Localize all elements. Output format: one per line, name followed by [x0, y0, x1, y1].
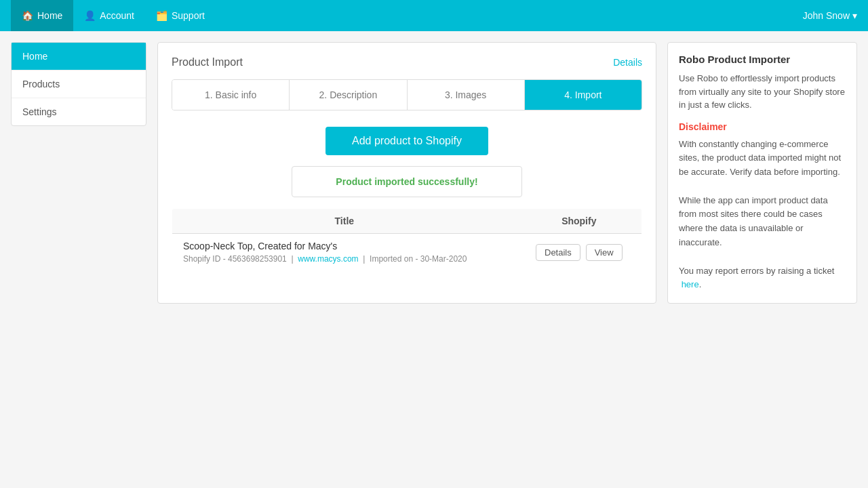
product-view-button[interactable]: View — [586, 244, 623, 261]
step-basic-info[interactable]: 1. Basic info — [172, 80, 290, 110]
here-link[interactable]: here — [682, 279, 699, 289]
right-panel: Robo Product Importer Use Robo to effort… — [667, 42, 857, 304]
disclaimer-label: Disclaimer — [679, 121, 846, 132]
products-table: Title Shopify Scoop-Neck Top, Created fo… — [172, 208, 642, 271]
product-meta: Shopify ID - 4563698253901 | www.macys.c… — [183, 254, 506, 264]
main-layout: Home Products Settings Product Import De… — [0, 31, 868, 314]
top-nav: 🏠 Home 👤 Account 🗂️ Support John Snow ▾ — [0, 0, 868, 31]
sidebar: Home Products Settings — [11, 42, 146, 126]
table-row: Scoop-Neck Top, Created for Macy's Shopi… — [172, 234, 642, 271]
caret-down-icon: ▾ — [852, 10, 857, 21]
account-icon: 👤 — [84, 10, 96, 21]
product-import-title: Product Import — [172, 56, 243, 68]
nav-support[interactable]: 🗂️ Support — [145, 0, 216, 31]
product-details-button[interactable]: Details — [536, 244, 580, 261]
product-info-cell: Scoop-Neck Top, Created for Macy's Shopi… — [172, 234, 517, 271]
step-description[interactable]: 2. Description — [290, 80, 407, 110]
step-import[interactable]: 4. Import — [525, 80, 642, 110]
panel-description: Use Robo to effortlessly import products… — [679, 72, 846, 112]
home-icon: 🏠 — [22, 10, 33, 21]
col-title: Title — [172, 209, 517, 234]
step-images[interactable]: 3. Images — [408, 80, 525, 110]
product-actions-cell: Details View — [517, 234, 642, 271]
support-icon: 🗂️ — [156, 10, 167, 21]
nav-home[interactable]: 🏠 Home — [11, 0, 73, 31]
product-source-link[interactable]: www.macys.com — [298, 254, 358, 264]
sidebar-item-settings[interactable]: Settings — [12, 98, 146, 125]
main-content: Product Import Details 1. Basic info 2. … — [157, 42, 656, 304]
user-menu[interactable]: John Snow ▾ — [803, 10, 857, 21]
details-link[interactable]: Details — [613, 57, 642, 68]
steps-nav: 1. Basic info 2. Description 3. Images 4… — [172, 79, 642, 110]
col-shopify: Shopify — [517, 209, 642, 234]
panel-title: Robo Product Importer — [679, 54, 846, 65]
success-message-box: Product imported successfully! — [292, 166, 522, 197]
product-name: Scoop-Neck Top, Created for Macy's — [183, 241, 506, 251]
disclaimer-text: With constantly changing e-commerce site… — [679, 138, 846, 293]
import-header: Product Import Details — [172, 56, 642, 68]
nav-account[interactable]: 👤 Account — [73, 0, 145, 31]
sidebar-item-products[interactable]: Products — [12, 70, 146, 98]
add-product-button[interactable]: Add product to Shopify — [326, 127, 488, 155]
sidebar-item-home[interactable]: Home — [12, 43, 146, 70]
success-text: Product imported successfully! — [336, 176, 477, 187]
